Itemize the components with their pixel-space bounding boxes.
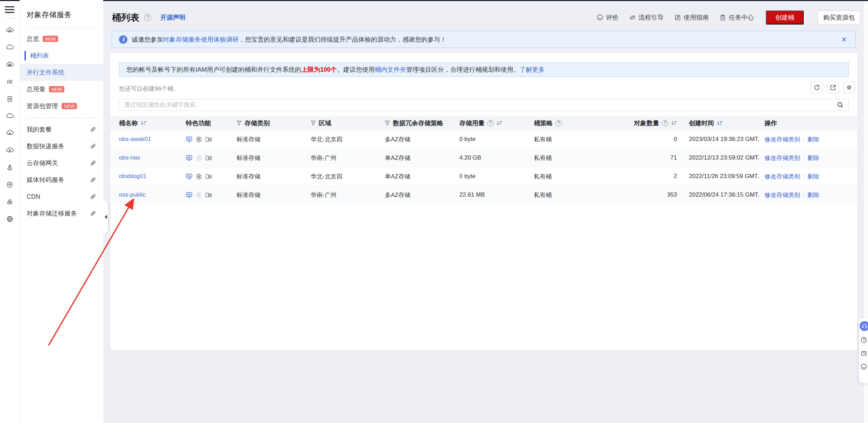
monitor-icon[interactable] [186,192,192,198]
help-question-icon[interactable] [860,336,868,344]
redundancy-cell: 单AZ存储 [385,172,459,181]
az-icon[interactable] [196,173,202,180]
learn-more-link[interactable]: 了解更多 [520,65,545,74]
layout-icon[interactable] [205,136,212,143]
guide-off-icon [629,14,636,21]
new-badge: NEW [49,86,64,92]
process-guide-action[interactable]: 流程引导 [629,13,664,22]
cloud-upload-icon[interactable] [0,125,20,142]
search-input[interactable] [119,101,837,108]
smiley-face-icon[interactable] [860,362,868,371]
refresh-button[interactable] [811,82,823,93]
action-divider [804,174,804,179]
monitor-icon[interactable] [186,173,192,180]
feedback-action[interactable]: 评价 [597,13,619,22]
policy-cell: 私有桶 [534,154,618,162]
created-time-cell: 2022/11/26 23:09:59 GMT... [679,173,760,180]
layout-icon[interactable] [205,155,212,161]
sidebar-item-bucket-list[interactable]: 桶列表 [20,47,103,64]
sidebar-item-total-usage[interactable]: 总用量 NEW [20,81,103,98]
ip-circle-icon[interactable] [0,176,20,193]
people-waves-icon[interactable] [0,73,20,90]
feature-icons [186,155,237,161]
sidebar-item-resource-packages[interactable]: 资源包管理 NEW [20,98,103,114]
objects-help-icon[interactable]: ? [662,120,668,126]
prism-icon[interactable] [0,159,20,176]
sidebar-collapse-handle[interactable] [103,200,108,233]
sidebar-item-storage-gateway[interactable]: 云存储网关 [20,155,103,171]
usage-help-icon[interactable]: ? [487,120,494,126]
bucket-name-link[interactable]: oss-public [119,191,146,198]
modify-storage-class-link[interactable]: 修改存储类别 [764,191,800,199]
policy-help-icon[interactable]: ? [556,120,562,126]
sort-icon[interactable] [671,120,677,126]
title-help-icon[interactable]: ? [144,14,151,21]
row-actions: 修改存储类别 删除 [760,172,857,181]
sidebar-item-data-express[interactable]: 数据快递服务 [20,138,103,155]
active-indicator-bar [24,51,26,61]
feature-icons [186,192,237,198]
cloud-play-icon[interactable] [0,142,20,159]
cloud-box-icon[interactable] [0,22,20,39]
delete-link[interactable]: 删除 [807,154,819,162]
survey-link[interactable]: 对象存储服务使用体验调研 [163,36,239,43]
cluster-circles-icon[interactable] [0,193,20,210]
sort-icon[interactable] [496,120,502,126]
sidebar-item-my-packages[interactable]: 我的套餐 [20,121,103,138]
modify-storage-class-link[interactable]: 修改存储类别 [764,154,800,162]
banner-text: 诚邀您参加对象存储服务使用体验调研，您宝贵的意见和建议是我们持续提升产品体验的源… [132,35,446,44]
feedback-doc-icon[interactable] [860,349,868,358]
region-cell: 华北-北京四 [311,135,385,143]
sidebar-item-cdn[interactable]: CDN [20,188,103,205]
cloud-card-icon[interactable] [0,56,20,73]
globe-icon[interactable] [0,210,20,227]
settings-gear-icon[interactable] [843,82,855,93]
sidebar-item-oms[interactable]: 对象存储迁移服务 [20,205,103,222]
sidebar-item-media-transcoding[interactable]: 媒体转码服务 [20,171,103,188]
az-icon[interactable] [196,192,202,198]
az-icon[interactable] [196,155,202,161]
task-center-action[interactable]: 任务中心 [719,13,754,22]
filter-icon[interactable] [385,120,390,126]
export-button[interactable] [827,82,839,93]
monitor-icon[interactable] [186,136,192,143]
tablet-icon[interactable] [0,90,20,107]
cloud-dots-icon[interactable] [0,39,20,56]
delete-link[interactable]: 删除 [807,135,819,143]
folder-link[interactable]: 桶内文件夹 [375,65,406,74]
user-guide-action[interactable]: 使用指南 [674,13,709,22]
hamburger-menu-icon[interactable] [5,6,19,13]
create-bucket-button[interactable]: 创建桶 [766,10,804,24]
support-headset-icon[interactable] [860,321,868,331]
delete-link[interactable]: 删除 [807,172,819,181]
table-row: oss-public 标准存储 华南-广州 多AZ存储 22.61 MB 私有桶… [111,186,857,204]
sort-icon-active[interactable] [717,120,723,126]
sidebar-item-overview[interactable]: 总览 NEW [20,30,103,47]
modify-storage-class-link[interactable]: 修改存储类别 [764,135,800,143]
search-icon[interactable] [837,101,844,109]
opensource-link[interactable]: 开源声明 [160,13,185,22]
layout-icon[interactable] [205,192,212,198]
bucket-name-link[interactable]: obsblog01 [119,173,146,179]
bucket-name-link[interactable]: obs-awak01 [119,136,151,142]
filter-icon[interactable] [237,120,242,126]
feature-icons [186,136,237,143]
bucket-name-link[interactable]: obs-nas [119,154,140,161]
cloud-icon[interactable] [0,107,20,125]
layout-icon[interactable] [205,173,212,180]
buy-resource-package-button[interactable]: 购买资源包 [818,10,860,24]
storage-class-cell: 标准存储 [237,135,311,143]
filter-icon[interactable] [311,120,316,126]
sidebar-item-parallel-fs[interactable]: 并行文件系统 [20,64,103,81]
limit-highlight: 上限为100个 [301,65,337,74]
monitor-icon[interactable] [186,155,192,161]
sort-icon[interactable] [141,120,147,126]
modify-storage-class-link[interactable]: 修改存储类别 [764,172,800,181]
az-icon[interactable] [196,136,202,143]
created-time-cell: 2023/03/14 19:36:23 GMT... [679,136,760,143]
policy-cell: 私有桶 [534,135,618,143]
external-link-icon [90,210,96,217]
banner-close-icon[interactable]: ✕ [840,34,848,45]
service-sidebar: 对象存储服务 总览 NEW 桶列表 并行文件系统 总用量 NEW 资源包管理 N… [20,0,103,423]
delete-link[interactable]: 删除 [807,191,819,199]
